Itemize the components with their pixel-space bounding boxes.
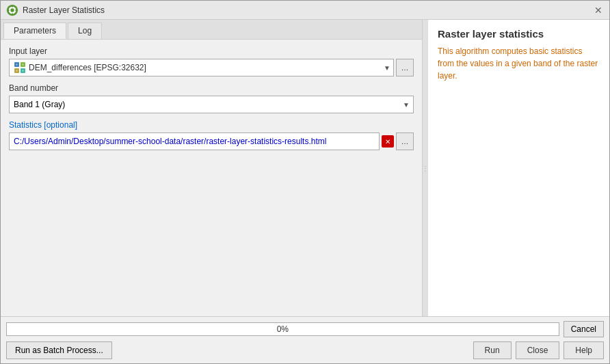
tab-log[interactable]: Log	[68, 23, 102, 39]
svg-rect-4	[12, 13, 13, 16]
browse-icon: …	[401, 64, 409, 72]
statistics-input[interactable]	[14, 137, 375, 146]
statistics-clear-button[interactable]: ✕	[382, 135, 394, 148]
input-layer-label: Input layer	[9, 46, 414, 56]
help-button[interactable]: Help	[563, 341, 604, 359]
close-icon: ✕	[594, 5, 602, 16]
input-layer-dropdown-arrow: ▼	[384, 64, 390, 72]
batch-process-button[interactable]: Run as Batch Process...	[6, 341, 112, 359]
left-panel: Parameters Log Input layer	[1, 20, 423, 316]
panel-divider: ⋮	[423, 20, 428, 316]
svg-rect-12	[22, 64, 23, 65]
statistics-group: Statistics [optional] ✕ …	[9, 120, 414, 150]
help-title: Raster layer statistics	[438, 28, 600, 40]
action-buttons: Run Close Help	[473, 341, 604, 359]
window-title: Raster Layer Statistics	[23, 5, 105, 15]
band-number-row: Band 1 (Gray) ▼	[9, 96, 414, 113]
band-number-group: Band number Band 1 (Gray) ▼	[9, 83, 414, 113]
band-number-select-wrapper: Band 1 (Gray) ▼	[9, 96, 414, 113]
layer-icon	[14, 61, 26, 74]
statistics-row: ✕ …	[9, 132, 414, 150]
qgis-logo-icon	[6, 4, 18, 16]
tabs-bar: Parameters Log	[1, 20, 422, 40]
statistics-browse-button[interactable]: …	[396, 132, 414, 150]
svg-rect-3	[12, 4, 13, 7]
svg-point-2	[10, 8, 14, 12]
input-layer-row: DEM_differences [EPSG:32632] ▼ …	[9, 59, 414, 76]
statistics-input-wrapper	[9, 132, 380, 150]
main-window: Raster Layer Statistics ✕ Parameters Log	[0, 0, 610, 364]
title-bar: Raster Layer Statistics ✕	[1, 1, 609, 20]
svg-rect-6	[16, 10, 18, 11]
input-layer-browse-button[interactable]: …	[396, 59, 414, 76]
title-bar-left: Raster Layer Statistics	[6, 4, 105, 16]
svg-rect-14	[22, 70, 23, 71]
progress-row: 0% Cancel	[6, 321, 604, 337]
svg-rect-5	[7, 10, 10, 11]
main-content: Parameters Log Input layer	[1, 20, 609, 316]
input-layer-select[interactable]: DEM_differences [EPSG:32632] ▼	[9, 59, 394, 76]
input-layer-value: DEM_differences [EPSG:32632]	[29, 63, 146, 72]
progress-text: 0%	[277, 324, 289, 334]
statistics-label: Statistics [optional]	[9, 120, 414, 130]
tab-parameters[interactable]: Parameters	[3, 23, 66, 39]
band-number-label: Band number	[9, 83, 414, 93]
close-button[interactable]: Close	[516, 341, 560, 359]
svg-rect-11	[16, 64, 17, 65]
svg-rect-13	[16, 70, 17, 71]
clear-icon: ✕	[385, 138, 390, 145]
close-window-button[interactable]: ✕	[593, 5, 604, 16]
progress-bar-container: 0%	[6, 322, 559, 336]
browse-icon-2: …	[401, 137, 409, 145]
action-row: Run as Batch Process... Run Close Help	[6, 341, 604, 359]
right-panel: Raster layer statistics This algorithm c…	[428, 20, 609, 316]
help-description: This algorithm computes basic statistics…	[438, 45, 600, 82]
form-area: Input layer	[1, 40, 422, 316]
band-number-select[interactable]: Band 1 (Gray)	[9, 96, 414, 113]
run-button[interactable]: Run	[473, 341, 512, 359]
input-layer-group: Input layer	[9, 46, 414, 76]
bottom-bar: 0% Cancel Run as Batch Process... Run Cl…	[1, 316, 609, 363]
cancel-button[interactable]: Cancel	[563, 321, 604, 337]
